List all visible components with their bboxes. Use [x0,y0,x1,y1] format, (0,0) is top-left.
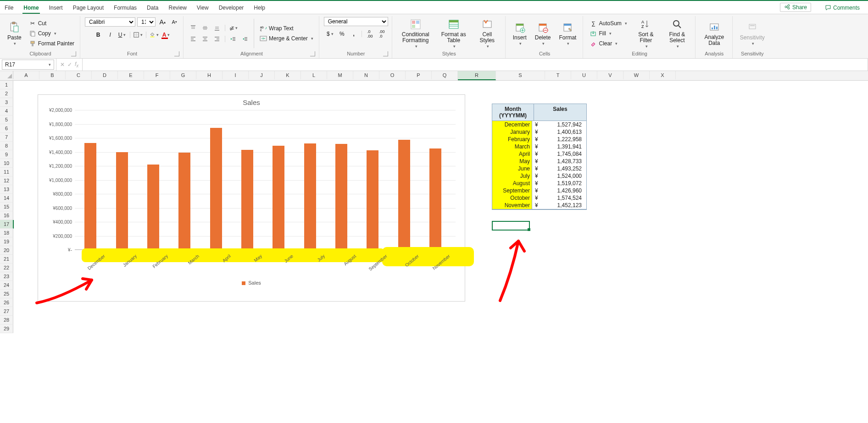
chart-bar[interactable] [304,143,316,250]
decrease-decimal-button[interactable]: .00.0 [377,29,387,39]
align-center-button[interactable] [200,34,210,44]
tab-insert[interactable]: Insert [48,3,64,14]
tab-page-layout[interactable]: Page Layout [72,3,105,14]
table-row[interactable]: December¥1,527,942 [492,121,586,128]
align-top-button[interactable] [188,23,198,33]
cut-button[interactable]: ✂ Cut [27,19,76,28]
tab-help[interactable]: Help [253,3,266,14]
sales-chart[interactable]: Sales ¥-¥200,000¥400,000¥600,000¥800,000… [38,94,465,302]
column-header[interactable]: J [249,71,275,79]
column-header[interactable]: W [623,71,650,79]
column-header[interactable]: P [406,71,432,79]
chart-bar[interactable] [273,146,284,250]
column-header[interactable]: V [597,71,623,79]
chart-bar[interactable] [241,150,253,250]
fill-button[interactable]: Fill [588,29,629,38]
insert-cells-button[interactable]: Insert [510,20,529,47]
chart-bar[interactable] [429,148,441,250]
chart-bar[interactable] [178,153,190,250]
currency-button[interactable]: $ [325,29,335,39]
table-row[interactable]: November¥1,452,123 [492,202,586,209]
row-header[interactable]: 27 [0,307,13,316]
chart-bar[interactable] [210,128,222,250]
row-header[interactable]: 21 [0,255,13,264]
row-header[interactable]: 6 [0,124,13,133]
row-header[interactable]: 7 [0,133,13,142]
column-header[interactable]: B [39,71,66,79]
row-header[interactable]: 5 [0,115,13,124]
tab-formulas[interactable]: Formulas [113,3,138,14]
dialog-launcher-icon[interactable] [383,51,388,56]
copy-button[interactable]: Copy [27,29,76,38]
column-header[interactable]: A [13,71,39,79]
row-header[interactable]: 14 [0,194,13,203]
column-header[interactable]: O [379,71,406,79]
column-header[interactable]: C [66,71,92,79]
align-right-button[interactable] [212,34,222,44]
row-header[interactable]: 3 [0,98,13,107]
sort-filter-button[interactable]: AZ Sort & Filter [632,17,660,50]
table-row[interactable]: May¥1,428,733 [492,158,586,165]
column-header[interactable]: X [650,71,676,79]
tab-file[interactable]: File [4,3,14,14]
comma-button[interactable]: , [349,29,359,39]
format-as-table-button[interactable]: Format as Table [437,17,470,50]
number-format-select[interactable]: General [324,17,388,26]
row-header[interactable]: 4 [0,107,13,115]
sensitivity-button[interactable]: Sensitivity [737,20,768,47]
row-header[interactable]: 18 [0,229,13,237]
italic-button[interactable]: I [105,30,115,40]
column-header[interactable]: K [275,71,301,79]
increase-decimal-button[interactable]: .0.00 [365,29,375,39]
row-header[interactable]: 22 [0,264,13,272]
column-header[interactable]: N [353,71,379,79]
row-header[interactable]: 1 [0,81,13,89]
row-header[interactable]: 15 [0,203,13,211]
orientation-button[interactable]: ab [228,23,238,33]
row-header[interactable]: 8 [0,142,13,150]
name-box[interactable]: R17 [2,60,54,70]
share-button[interactable]: Share [780,3,811,12]
row-header[interactable]: 23 [0,272,13,281]
tab-view[interactable]: View [196,3,210,14]
font-name-select[interactable]: Calibri [85,17,135,27]
increase-font-button[interactable]: A▴ [157,17,167,27]
selected-cell[interactable] [492,221,530,231]
row-header[interactable]: 28 [0,316,13,324]
autosum-button[interactable]: ∑AutoSum [588,19,629,28]
row-header[interactable]: 13 [0,185,13,194]
percent-button[interactable]: % [337,29,347,39]
chart-bar[interactable] [335,144,347,250]
cancel-formula-icon[interactable]: ✕ [60,61,65,68]
column-header[interactable]: H [196,71,223,79]
align-left-button[interactable] [188,34,198,44]
decrease-font-button[interactable]: A▾ [169,17,179,27]
merge-center-button[interactable]: Merge & Center [258,34,315,43]
align-bottom-button[interactable] [212,23,222,33]
column-header[interactable]: I [223,71,249,79]
row-header[interactable]: 20 [0,246,13,255]
formula-input[interactable] [83,59,868,71]
select-all-corner[interactable] [0,71,13,79]
row-header[interactable]: 17 [0,220,14,229]
row-header[interactable]: 24 [0,281,13,290]
table-row[interactable]: January¥1,400,613 [492,128,586,136]
increase-indent-button[interactable] [240,34,250,44]
chart-bar[interactable] [398,140,410,250]
chart-bar[interactable] [147,165,159,250]
analyze-data-button[interactable]: Analyze Data [700,20,729,47]
column-header[interactable]: R [458,71,496,80]
row-header[interactable]: 9 [0,150,13,159]
chart-bar[interactable] [116,152,128,250]
row-header[interactable]: 16 [0,211,13,220]
table-row[interactable]: October¥1,574,524 [492,194,586,202]
dialog-launcher-icon[interactable] [71,51,76,56]
column-header[interactable]: U [571,71,597,79]
font-color-button[interactable]: A [161,30,171,40]
clear-button[interactable]: Clear [588,39,629,48]
fx-icon[interactable]: fx [75,61,78,68]
row-header[interactable]: 2 [0,89,13,98]
tab-data[interactable]: Data [146,3,159,14]
underline-button[interactable]: U [117,30,127,40]
row-header[interactable]: 26 [0,298,13,307]
